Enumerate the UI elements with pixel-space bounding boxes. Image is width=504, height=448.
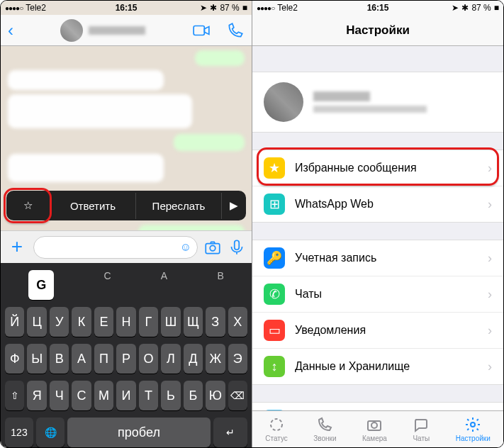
settings-body[interactable]: ★ Избранные сообщения › ⊞ WhatsApp Web ›…: [252, 46, 503, 410]
key[interactable]: О: [139, 344, 158, 374]
profile-row[interactable]: [252, 72, 503, 133]
key[interactable]: Х: [228, 307, 247, 337]
globe-key[interactable]: 🌐: [36, 418, 65, 447]
shift-key[interactable]: ⇧: [5, 381, 24, 410]
keyboard[interactable]: G C A B Й Ц У К Е Н Г Ш Щ З Х Ф Ы В: [1, 263, 252, 447]
action-star[interactable]: ☆: [6, 192, 50, 219]
key[interactable]: Ю: [206, 381, 225, 410]
chevron-right-icon: ›: [488, 287, 492, 302]
key[interactable]: М: [94, 381, 113, 410]
row-label: WhatsApp Web: [295, 198, 478, 211]
key[interactable]: Б: [184, 381, 203, 410]
back-button[interactable]: ‹: [8, 21, 13, 40]
tab-label: Чаты: [413, 435, 430, 442]
key[interactable]: А: [72, 344, 91, 374]
key[interactable]: Ы: [27, 344, 46, 374]
suggestion[interactable]: A: [161, 270, 167, 300]
action-forward[interactable]: Переслать: [136, 193, 222, 219]
row-label: Уведомления: [295, 324, 478, 337]
message-in[interactable]: [8, 94, 192, 128]
key[interactable]: П: [94, 344, 113, 374]
svg-rect-0: [194, 26, 204, 35]
key[interactable]: Ц: [27, 307, 46, 337]
signal-icon: ●●●●○: [5, 4, 23, 12]
message-out[interactable]: [174, 134, 245, 151]
backspace-key[interactable]: ⌫: [228, 381, 247, 410]
tab-chats[interactable]: Чаты: [413, 416, 430, 442]
space-key[interactable]: пробел: [67, 418, 211, 447]
emoji-icon[interactable]: ☺: [180, 241, 191, 254]
mic-icon[interactable]: [228, 238, 246, 257]
key[interactable]: У: [50, 307, 69, 337]
chat-contact[interactable]: [60, 19, 145, 42]
message-out[interactable]: [195, 50, 245, 66]
contact-name: [89, 26, 145, 35]
return-key[interactable]: ↵: [213, 418, 247, 447]
key[interactable]: Я: [27, 381, 46, 410]
suggestion[interactable]: C: [103, 270, 111, 300]
whatsapp-icon: ✆: [264, 284, 285, 305]
attach-button[interactable]: +: [6, 237, 28, 258]
row-help[interactable]: i Помощь ›: [252, 403, 503, 410]
key[interactable]: Ш: [161, 307, 180, 337]
key[interactable]: Е: [94, 307, 113, 337]
key-icon: 🔑: [264, 247, 285, 269]
row-label: Учетная запись: [295, 252, 478, 264]
tab-label: Звонки: [313, 435, 336, 442]
message-in[interactable]: [8, 70, 164, 90]
key[interactable]: В: [50, 344, 69, 374]
action-more[interactable]: ▶: [222, 192, 246, 219]
row-account[interactable]: 🔑 Учетная запись ›: [252, 240, 503, 276]
key[interactable]: С: [72, 381, 91, 410]
key[interactable]: К: [72, 307, 91, 337]
chevron-right-icon: ›: [488, 359, 492, 374]
message-input[interactable]: ☺: [33, 236, 198, 259]
voice-call-icon[interactable]: [226, 21, 245, 40]
suggestion[interactable]: B: [218, 270, 224, 300]
page-title: Настройки: [346, 23, 410, 38]
key[interactable]: Э: [228, 344, 247, 374]
key[interactable]: З: [206, 307, 225, 337]
row-chats[interactable]: ✆ Чаты ›: [252, 276, 503, 312]
google-key[interactable]: G: [28, 270, 54, 300]
tab-calls[interactable]: Звонки: [313, 416, 336, 442]
row-whatsapp-web[interactable]: ⊞ WhatsApp Web ›: [252, 186, 503, 222]
settings-group-3: i Помощь › ♥ Рассказать другу ›: [252, 402, 503, 410]
key[interactable]: Й: [5, 307, 24, 337]
action-reply[interactable]: Ответить: [50, 193, 136, 219]
svg-point-2: [210, 245, 215, 251]
key[interactable]: Ь: [161, 381, 180, 410]
tab-camera[interactable]: Камера: [362, 416, 387, 442]
battery-percent: 87 %: [471, 3, 491, 13]
video-call-icon[interactable]: [192, 21, 211, 40]
settings-group-1: ★ Избранные сообщения › ⊞ WhatsApp Web ›: [252, 150, 503, 223]
message-in[interactable]: [8, 154, 164, 182]
key[interactable]: Т: [139, 381, 158, 410]
key[interactable]: Ф: [5, 344, 24, 374]
carrier-label: Tele2: [26, 3, 46, 13]
tab-bar: Статус Звонки Камера Чаты Настройки: [252, 410, 503, 447]
key[interactable]: И: [116, 381, 135, 410]
key[interactable]: Р: [116, 344, 135, 374]
tab-settings[interactable]: Настройки: [456, 416, 491, 442]
key[interactable]: Г: [139, 307, 158, 337]
chevron-right-icon: ›: [488, 197, 492, 212]
row-data-storage[interactable]: ↕ Данные и Хранилище ›: [252, 348, 503, 384]
tab-status[interactable]: Статус: [265, 416, 288, 442]
bluetooth-icon: ✱: [461, 3, 469, 13]
key[interactable]: Л: [161, 344, 180, 374]
row-starred-messages[interactable]: ★ Избранные сообщения ›: [252, 150, 503, 186]
keyboard-row-2: Ф Ы В А П Р О Л Д Ж Э: [4, 344, 249, 374]
key[interactable]: Д: [184, 344, 203, 374]
chat-body[interactable]: ☆ Ответить Переслать ▶: [1, 46, 252, 230]
screen-settings: ●●●●○ Tele2 16:15 ➤ ✱ 87 % ■ Настройки: [252, 1, 503, 447]
key[interactable]: Ч: [50, 381, 69, 410]
row-notifications[interactable]: ▭ Уведомления ›: [252, 312, 503, 348]
chevron-right-icon: ›: [488, 251, 492, 266]
message-out[interactable]: [138, 225, 245, 230]
camera-icon[interactable]: [203, 238, 222, 257]
key[interactable]: Ж: [206, 344, 225, 374]
numbers-key[interactable]: 123: [5, 418, 33, 447]
key[interactable]: Щ: [184, 307, 203, 337]
key[interactable]: Н: [116, 307, 135, 337]
